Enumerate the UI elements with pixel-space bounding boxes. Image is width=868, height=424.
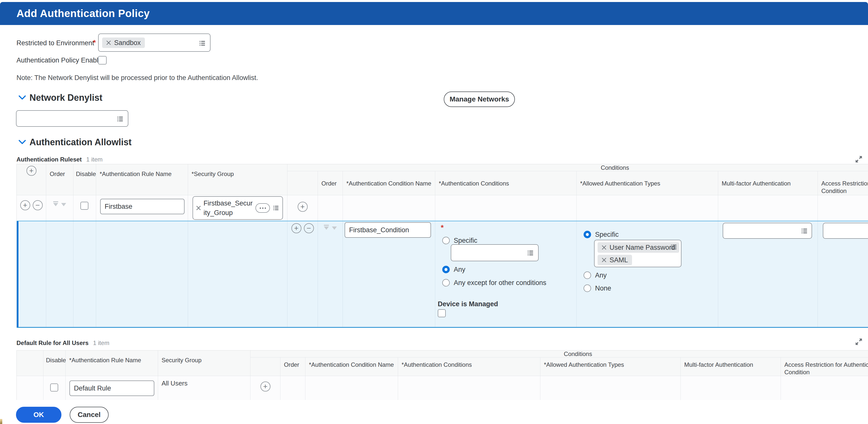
default-row-add-condition: + <box>250 376 280 400</box>
ruleset-subheader-allowed-types: *Allowed Authentication Types <box>577 171 718 195</box>
default-row-empty <box>305 376 398 400</box>
section-collapse-chevron-icon[interactable] <box>19 140 26 144</box>
rule-disabled-checkbox[interactable] <box>81 202 88 210</box>
ruleset-header-order: Order <box>46 164 73 195</box>
network-denylist-multiselect[interactable] <box>16 110 128 127</box>
default-header-rule-name: *Authentication Rule Name <box>66 350 158 376</box>
default-rule-table-title: Default Rule for All Users1 item <box>17 339 110 346</box>
conditions-specific-radio[interactable] <box>442 237 450 244</box>
cancel-button[interactable]: Cancel <box>70 407 108 423</box>
allowed-any-label: Any <box>595 271 607 280</box>
default-subheader-conditions: *Authentication Conditions <box>398 358 540 376</box>
dialog-titlebar: Add Authentication Policy <box>0 2 868 25</box>
condition-row-empty <box>96 221 188 328</box>
allowed-none-radio[interactable] <box>584 284 591 292</box>
remove-chip-icon[interactable] <box>106 40 111 45</box>
condition-name-input[interactable] <box>345 222 431 238</box>
remove-row-icon[interactable]: − <box>304 223 314 233</box>
related-actions-icon[interactable] <box>255 203 270 213</box>
allowed-any-radio[interactable] <box>584 272 591 279</box>
allowed-type-chip[interactable]: SAML <box>597 255 632 265</box>
device-is-managed-label: Device is Managed <box>438 300 498 308</box>
allowed-none-label: None <box>595 284 611 292</box>
remove-row-icon[interactable]: − <box>33 200 43 210</box>
conditions-specific-multiselect[interactable] <box>451 244 539 261</box>
conditions-any-label: Any <box>454 265 465 274</box>
ruleset-table: + Order Disabled *Authentication Rule Na… <box>17 164 868 328</box>
policy-enabled-checkbox[interactable] <box>98 56 106 64</box>
page-title: Add Authentication Policy <box>17 7 150 20</box>
default-subheader-mfa: Multi-factor Authentication <box>681 358 781 376</box>
prompt-list-icon[interactable] <box>801 227 808 235</box>
default-disabled-checkbox[interactable] <box>50 384 58 392</box>
move-down-icon[interactable] <box>332 226 337 230</box>
move-down-icon[interactable] <box>61 203 66 206</box>
expand-table-icon[interactable] <box>854 154 864 164</box>
rule-row-empty <box>435 195 577 221</box>
remove-chip-icon[interactable] <box>196 205 201 210</box>
ruleset-subheader-conditions: *Authentication Conditions <box>435 171 577 195</box>
default-rule-title-text: Default Rule for All Users <box>17 339 89 346</box>
rule-row-disabled <box>73 195 96 221</box>
expand-table-icon[interactable] <box>854 337 864 346</box>
environment-chip-label: Sandbox <box>114 39 141 47</box>
default-row-empty <box>540 376 681 400</box>
mfa-multiselect[interactable] <box>723 223 812 239</box>
add-condition-icon[interactable]: + <box>298 202 308 212</box>
prompt-list-icon[interactable] <box>670 243 678 251</box>
rule-row-name <box>96 195 188 221</box>
device-is-managed-checkbox[interactable] <box>438 309 446 317</box>
remove-chip-icon[interactable] <box>601 257 607 262</box>
default-header-disabled: Disabled <box>43 350 66 376</box>
conditions-any-radio[interactable] <box>442 266 450 273</box>
ruleset-item-count: 1 item <box>86 156 102 163</box>
prompt-list-icon[interactable] <box>116 115 124 123</box>
ruleset-title-text: Authentication Ruleset <box>17 156 82 163</box>
ruleset-table-title: Authentication Ruleset1 item <box>17 156 103 163</box>
ruleset-subheader-order: Order <box>318 171 343 195</box>
required-asterisk: * <box>93 38 96 47</box>
ok-button[interactable]: OK <box>16 407 61 423</box>
ruleset-header-disabled: Disabled <box>73 164 96 195</box>
prompt-list-icon[interactable] <box>198 39 206 47</box>
move-to-bottom-icon[interactable] <box>53 201 58 206</box>
ruleset-subheader-access-restriction: Access Restriction for Authentication Co… <box>818 171 868 195</box>
default-header-blank <box>17 350 43 376</box>
remove-chip-icon[interactable] <box>601 245 607 250</box>
ruleset-subheader-blank <box>287 171 318 195</box>
access-restriction-multiselect[interactable] <box>823 223 868 239</box>
condition-row-mfa <box>718 221 818 328</box>
policy-enabled-label: Authentication Policy Enabled <box>17 56 105 64</box>
default-subheader-order: Order <box>280 358 305 376</box>
add-row-icon[interactable]: + <box>20 200 30 210</box>
rule-row-empty <box>577 195 718 221</box>
default-row-disabled <box>43 376 66 400</box>
allowed-specific-radio[interactable] <box>584 231 591 238</box>
prompt-list-icon[interactable] <box>527 249 534 257</box>
environment-multiselect[interactable]: Sandbox <box>98 33 211 52</box>
add-row-icon[interactable]: + <box>27 166 36 176</box>
condition-row-actions: + − <box>287 221 318 328</box>
environment-chip[interactable]: Sandbox <box>102 37 145 48</box>
rule-name-input[interactable] <box>100 199 185 214</box>
default-rule-item-count: 1 item <box>93 339 110 346</box>
add-row-icon[interactable]: + <box>291 223 301 233</box>
default-rule-table: Disabled *Authentication Rule Name Secur… <box>17 350 868 400</box>
ruleset-header-add: + <box>17 164 46 195</box>
ruleset-subheader-condition-name: *Authentication Condition Name <box>343 171 435 195</box>
default-rule-name-input[interactable] <box>69 380 154 396</box>
allowed-types-multiselect[interactable]: User Name Password SAML <box>594 240 681 267</box>
security-group-multiselect[interactable]: Firstbase_Security_Group <box>192 196 283 220</box>
condition-row-name <box>343 221 435 328</box>
add-condition-icon[interactable]: + <box>260 381 271 392</box>
manage-networks-button[interactable]: Manage Networks <box>444 91 515 107</box>
rule-row-actions: + − <box>17 195 46 221</box>
denylist-note: Note: The Network Denylist will be proce… <box>17 74 258 82</box>
section-collapse-chevron-icon[interactable] <box>19 95 26 100</box>
condition-row-empty <box>188 221 287 328</box>
network-denylist-heading: Network Denylist <box>29 92 102 103</box>
allowed-type-chip[interactable]: User Name Password <box>597 242 679 253</box>
conditions-any-except-radio[interactable] <box>442 279 450 286</box>
move-to-bottom-icon[interactable] <box>324 225 329 230</box>
prompt-list-icon[interactable] <box>273 204 279 211</box>
